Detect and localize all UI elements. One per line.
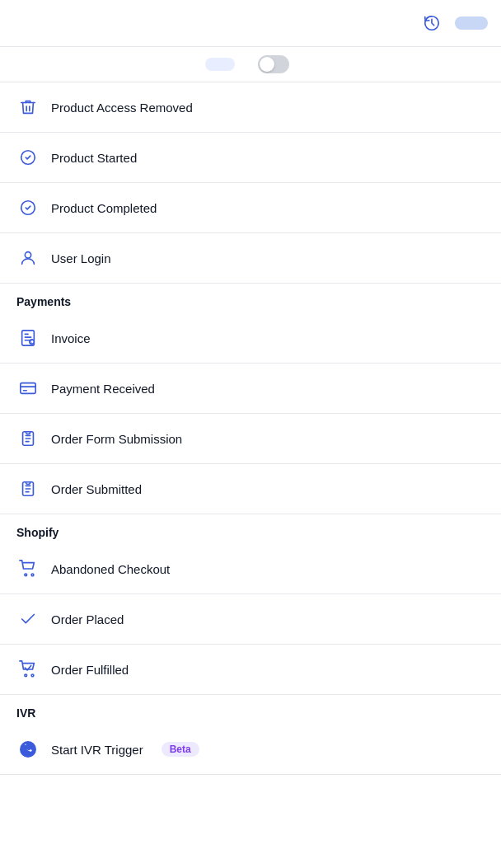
test-workflow-tab[interactable]	[205, 58, 235, 71]
start-ivr-trigger-label: Start IVR Trigger	[51, 743, 143, 757]
abandoned-checkout-label: Abandoned Checkout	[51, 562, 170, 576]
clipboard-icon	[16, 477, 40, 500]
phone-icon	[16, 738, 40, 761]
payment-received-label: Payment Received	[51, 382, 155, 396]
payment-icon	[16, 377, 40, 400]
list-item-order-submitted[interactable]: Order Submitted	[0, 464, 501, 514]
list-item-product-access-removed[interactable]: Product Access Removed	[0, 82, 501, 133]
product-completed-label: Product Completed	[51, 201, 157, 215]
check-circle-icon	[16, 146, 40, 169]
toggle-knob	[260, 57, 274, 72]
user-login-label: User Login	[51, 251, 111, 265]
check-icon	[16, 608, 40, 631]
list-item-payment-received[interactable]: Payment Received	[0, 364, 501, 414]
clipboard-icon	[16, 427, 40, 450]
header	[0, 0, 501, 47]
cart-check-icon	[16, 658, 40, 681]
invoice-icon: $	[16, 326, 40, 350]
svg-rect-7	[21, 383, 35, 394]
history-icon[interactable]	[417, 8, 447, 38]
list-item-abandoned-checkout[interactable]: Abandoned Checkout	[0, 544, 501, 594]
invoice-label: Invoice	[51, 331, 91, 345]
order-submitted-label: Order Submitted	[51, 482, 142, 496]
draft-publish-toggle	[251, 55, 296, 73]
product-access-removed-label: Product Access Removed	[51, 101, 193, 115]
sections-container: Product Access RemovedProduct StartedPro…	[0, 82, 501, 775]
tab-bar	[0, 47, 501, 82]
order-placed-label: Order Placed	[51, 612, 124, 626]
order-form-submission-label: Order Form Submission	[51, 432, 182, 446]
svg-point-3	[25, 252, 30, 258]
section-header-payments: Payments	[0, 284, 501, 313]
list-item-order-fulfilled[interactable]: Order Fulfilled	[0, 645, 501, 695]
publish-toggle[interactable]	[258, 55, 289, 73]
list-item-order-placed[interactable]: Order Placed	[0, 594, 501, 645]
list-item-product-completed[interactable]: Product Completed	[0, 183, 501, 233]
section-header-shopify: Shopify	[0, 514, 501, 544]
list-item-product-started[interactable]: Product Started	[0, 133, 501, 183]
cart-icon	[16, 557, 40, 580]
svg-point-21	[31, 674, 34, 677]
product-started-label: Product Started	[51, 151, 137, 165]
section-header-ivr: IVR	[0, 695, 501, 725]
user-icon	[16, 246, 40, 270]
start-ivr-trigger-badge: Beta	[162, 742, 199, 757]
list-item-user-login[interactable]: User Login	[0, 233, 501, 284]
svg-point-19	[31, 574, 34, 576]
svg-point-20	[25, 674, 27, 677]
list-item-invoice[interactable]: $Invoice	[0, 313, 501, 364]
list-item-start-ivr-trigger[interactable]: Start IVR TriggerBeta	[0, 725, 501, 775]
check-circle-icon	[16, 196, 40, 219]
trash-icon	[16, 96, 40, 119]
order-fulfilled-label: Order Fulfilled	[51, 663, 129, 677]
svg-point-18	[25, 574, 27, 576]
saved-button[interactable]	[455, 16, 488, 30]
list-item-order-form-submission[interactable]: Order Form Submission	[0, 414, 501, 464]
